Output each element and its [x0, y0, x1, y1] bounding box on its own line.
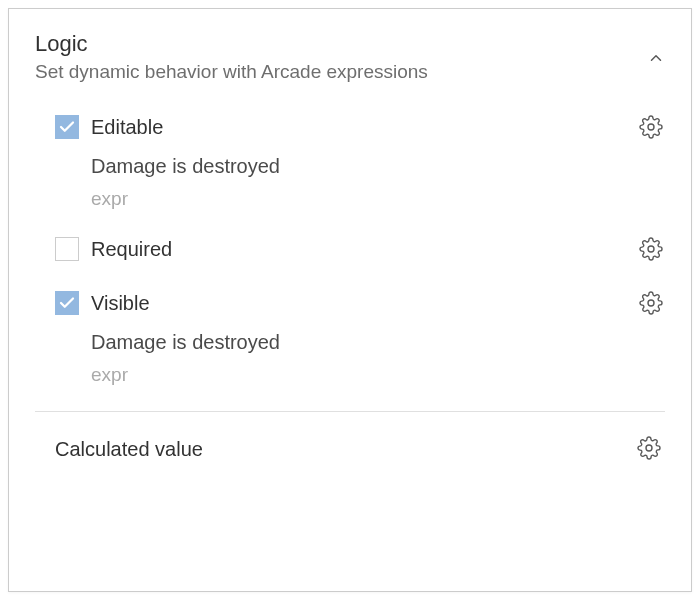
checkbox-wrap [35, 289, 83, 315]
gear-icon [639, 237, 663, 261]
editable-settings-button[interactable] [639, 113, 665, 143]
calculated-value-label: Calculated value [55, 438, 203, 461]
logic-panel: Logic Set dynamic behavior with Arcade e… [8, 8, 692, 592]
svg-point-0 [648, 124, 654, 130]
item-required: Required [35, 229, 665, 271]
checkbox-wrap [35, 235, 83, 261]
calculated-settings-button[interactable] [637, 434, 663, 464]
visible-settings-button[interactable] [639, 289, 665, 319]
panel-header: Logic Set dynamic behavior with Arcade e… [35, 31, 665, 83]
gear-icon [639, 291, 663, 315]
item-visible: Visible Damage is destroyed expr [35, 283, 665, 393]
panel-title: Logic [35, 31, 647, 57]
visible-expr: expr [91, 363, 639, 387]
logic-items: Editable Damage is destroyed expr Requir… [35, 107, 665, 393]
visible-label: Visible [91, 289, 639, 317]
svg-point-1 [648, 246, 654, 252]
visible-checkbox[interactable] [55, 291, 79, 315]
header-text: Logic Set dynamic behavior with Arcade e… [35, 31, 647, 83]
item-body: Editable Damage is destroyed expr [83, 113, 639, 211]
svg-point-2 [648, 300, 654, 306]
editable-label: Editable [91, 113, 639, 141]
gear-icon [639, 115, 663, 139]
editable-checkbox[interactable] [55, 115, 79, 139]
required-label: Required [91, 235, 639, 263]
collapse-toggle[interactable] [647, 49, 665, 71]
item-body: Required [83, 235, 639, 263]
required-settings-button[interactable] [639, 235, 665, 265]
required-checkbox[interactable] [55, 237, 79, 261]
checkbox-wrap [35, 113, 83, 139]
editable-expr: expr [91, 187, 639, 211]
panel-subtitle: Set dynamic behavior with Arcade express… [35, 61, 647, 83]
gear-icon [637, 436, 661, 460]
svg-point-3 [646, 445, 652, 451]
editable-detail: Damage is destroyed [91, 153, 639, 179]
item-editable: Editable Damage is destroyed expr [35, 107, 665, 217]
calculated-value-row: Calculated value [35, 434, 665, 464]
item-body: Visible Damage is destroyed expr [83, 289, 639, 387]
check-icon [58, 294, 76, 312]
visible-detail: Damage is destroyed [91, 329, 639, 355]
divider [35, 411, 665, 412]
chevron-up-icon [647, 49, 665, 67]
check-icon [58, 118, 76, 136]
